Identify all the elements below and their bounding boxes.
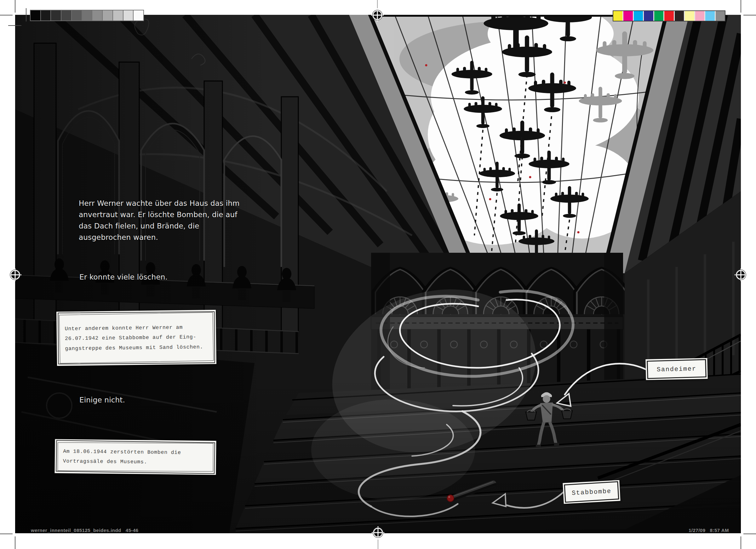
- narration-caption-3: Einige nicht.: [79, 395, 205, 406]
- calibration-swatch: [72, 10, 82, 20]
- calibration-swatch: [664, 11, 673, 21]
- print-slug-filename: werner_innenteil_085125_beides.indd 45-4…: [31, 528, 139, 533]
- registration-mark: [371, 526, 385, 540]
- calibration-swatch: [31, 10, 40, 20]
- crop-mark: [743, 534, 756, 534]
- grayscale-calibration-bar: [30, 10, 144, 21]
- crop-mark: [15, 0, 15, 13]
- label-stabbombe: Stabbombe: [563, 480, 620, 504]
- calibration-swatch: [123, 10, 133, 20]
- calibration-swatch: [92, 10, 102, 20]
- calibration-swatch: [613, 11, 622, 21]
- label-sandeimer: Sandeimer: [645, 358, 707, 380]
- crop-mark: [0, 15, 13, 15]
- print-slug-timestamp: 1/27/09 8:57 AM: [689, 528, 729, 533]
- calibration-swatch: [113, 10, 123, 20]
- calibration-swatch: [644, 11, 653, 21]
- trim-tick: [377, 0, 378, 8]
- registration-mark: [370, 8, 384, 22]
- color-calibration-bar: [613, 10, 725, 21]
- registration-mark: [8, 268, 22, 282]
- crop-mark: [8, 25, 21, 26]
- label-sandeimer-text: Sandeimer: [657, 365, 696, 373]
- calibration-swatch: [51, 10, 61, 20]
- calibration-swatch: [634, 11, 643, 21]
- calibration-swatch: [134, 10, 143, 20]
- calibration-swatch: [623, 11, 633, 21]
- typewriter-note-2-text: Am 18.06.1944 zerstörten Bomben die Vort…: [55, 446, 189, 467]
- calibration-swatch: [61, 10, 71, 20]
- calibration-swatch: [675, 11, 684, 21]
- narration-caption-1: Herr Werner wachte über das Haus das ihm…: [79, 198, 268, 243]
- typewriter-note-1-text: Unter anderem konnte Herr Werner am 26.0…: [56, 322, 211, 354]
- label-stabbombe-text: Stabbombe: [571, 487, 611, 497]
- calibration-swatch: [654, 11, 663, 21]
- comic-page-artwork: Herr Werner wachte über das Haus das ihm…: [15, 15, 741, 533]
- calibration-swatch: [705, 11, 714, 21]
- calibration-swatch: [82, 10, 92, 20]
- calibration-swatch: [41, 10, 51, 20]
- typewriter-note-1: Unter anderem konnte Herr Werner am 26.0…: [56, 310, 216, 366]
- narration-caption-2: Er konnte viele löschen.: [79, 271, 237, 283]
- crop-mark: [741, 0, 741, 13]
- trim-tick: [378, 540, 378, 549]
- typewriter-note-2: Am 18.06.1944 zerstörten Bomben die Vort…: [54, 439, 216, 475]
- crop-mark: [743, 15, 756, 15]
- crop-mark: [15, 536, 15, 549]
- calibration-swatch: [716, 11, 725, 21]
- calibration-swatch: [103, 10, 112, 20]
- registration-mark: [734, 268, 748, 282]
- crop-mark: [0, 534, 13, 534]
- print-proof-sheet: Herr Werner wachte über das Haus das ihm…: [0, 0, 756, 549]
- calibration-swatch: [695, 11, 704, 21]
- crop-mark: [741, 536, 741, 549]
- crop-mark: [26, 8, 26, 21]
- calibration-swatch: [685, 11, 694, 21]
